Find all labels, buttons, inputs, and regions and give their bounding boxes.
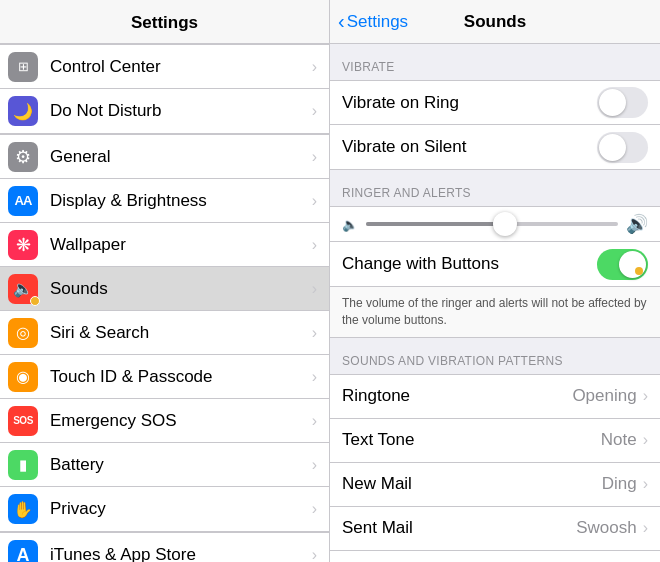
privacy-label: Privacy xyxy=(50,499,308,519)
battery-icon: ▮ xyxy=(8,450,38,480)
toggle-dot xyxy=(635,267,643,275)
sos-label: Emergency SOS xyxy=(50,411,308,431)
vibrate-silent-toggle[interactable] xyxy=(597,132,648,163)
chevron-icon: › xyxy=(312,412,317,430)
sent-mail-item[interactable]: Sent Mail Swoosh › xyxy=(330,507,660,551)
chevron-icon: › xyxy=(312,192,317,210)
volume-slider-thumb[interactable] xyxy=(493,212,517,236)
vibrate-ring-label: Vibrate on Ring xyxy=(342,93,597,113)
display-icon: AA xyxy=(8,186,38,216)
battery-label: Battery xyxy=(50,455,308,475)
info-text: The volume of the ringer and alerts will… xyxy=(342,296,647,327)
sidebar-item-itunes[interactable]: A iTunes & App Store › xyxy=(0,533,329,562)
info-box: The volume of the ringer and alerts will… xyxy=(330,287,660,338)
touchid-icon: ◉ xyxy=(8,362,38,392)
general-label: General xyxy=(50,147,308,167)
settings-group-1: ⊞ Control Center › 🌙 Do Not Disturb › xyxy=(0,44,329,134)
chevron-icon: › xyxy=(312,280,317,298)
volume-high-icon: 🔊 xyxy=(626,213,648,235)
chevron-icon: › xyxy=(312,324,317,342)
vibrate-group: Vibrate on Ring Vibrate on Silent xyxy=(330,80,660,170)
change-buttons-label: Change with Buttons xyxy=(342,254,597,274)
vibrate-on-silent-item[interactable]: Vibrate on Silent xyxy=(330,125,660,169)
sounds-right-panel: ‹ Settings Sounds VIBRATE Vibrate on Rin… xyxy=(330,0,660,562)
ringtone-item[interactable]: Ringtone Opening › xyxy=(330,375,660,419)
text-tone-label: Text Tone xyxy=(342,430,601,450)
volume-slider-track[interactable] xyxy=(366,222,618,226)
back-button[interactable]: ‹ Settings xyxy=(338,10,408,33)
chevron-icon: › xyxy=(643,387,648,405)
wallpaper-label: Wallpaper xyxy=(50,235,308,255)
general-icon: ⚙ xyxy=(8,142,38,172)
volume-low-icon: 🔈 xyxy=(342,217,358,232)
patterns-section-label: SOUNDS AND VIBRATION PATTERNS xyxy=(330,338,660,374)
sidebar-item-sos[interactable]: SOS Emergency SOS › xyxy=(0,399,329,443)
privacy-icon: ✋ xyxy=(8,494,38,524)
chevron-icon: › xyxy=(312,368,317,386)
vibrate-section-label: VIBRATE xyxy=(330,44,660,80)
chevron-icon: › xyxy=(312,58,317,76)
sidebar-item-general[interactable]: ⚙ General › xyxy=(0,135,329,179)
toggle-knob xyxy=(619,251,646,278)
chevron-icon: › xyxy=(643,519,648,537)
settings-group-3: A iTunes & App Store › xyxy=(0,532,329,562)
right-panel-scroll[interactable]: VIBRATE Vibrate on Ring Vibrate on Silen… xyxy=(330,44,660,562)
chevron-icon: › xyxy=(312,148,317,166)
patterns-group: Ringtone Opening › Text Tone Note › New … xyxy=(330,374,660,562)
sent-mail-label: Sent Mail xyxy=(342,518,576,538)
settings-group-2: ⚙ General › AA Display & Brightness › ❋ … xyxy=(0,134,329,532)
sidebar-item-sounds[interactable]: 🔈 Sounds › xyxy=(0,267,329,311)
sidebar-item-do-not-disturb[interactable]: 🌙 Do Not Disturb › xyxy=(0,89,329,133)
ringtone-label: Ringtone xyxy=(342,386,572,406)
sidebar-item-privacy[interactable]: ✋ Privacy › xyxy=(0,487,329,531)
ringer-section-label: RINGER AND ALERTS xyxy=(330,170,660,206)
do-not-disturb-label: Do Not Disturb xyxy=(50,101,308,121)
sidebar-item-battery[interactable]: ▮ Battery › xyxy=(0,443,329,487)
text-tone-value: Note xyxy=(601,430,637,450)
new-mail-label: New Mail xyxy=(342,474,602,494)
vibrate-silent-label: Vibrate on Silent xyxy=(342,137,597,157)
sent-mail-value: Swoosh xyxy=(576,518,636,538)
volume-slider-fill xyxy=(366,222,505,226)
calendar-alerts-item[interactable]: Calendar Alerts Chord › xyxy=(330,551,660,562)
touchid-label: Touch ID & Passcode xyxy=(50,367,308,387)
change-buttons-toggle[interactable] xyxy=(597,249,648,280)
sidebar-item-siri[interactable]: ◎ Siri & Search › xyxy=(0,311,329,355)
wallpaper-icon: ❋ xyxy=(8,230,38,260)
ringtone-value: Opening xyxy=(572,386,636,406)
volume-slider-row[interactable]: 🔈 🔊 xyxy=(330,207,660,242)
chevron-icon: › xyxy=(643,431,648,449)
right-panel-header: ‹ Settings Sounds xyxy=(330,0,660,44)
vibrate-ring-toggle[interactable] xyxy=(597,87,648,118)
change-with-buttons-item[interactable]: Change with Buttons xyxy=(330,242,660,286)
text-tone-item[interactable]: Text Tone Note › xyxy=(330,419,660,463)
vibrate-on-ring-item[interactable]: Vibrate on Ring xyxy=(330,81,660,125)
do-not-disturb-icon: 🌙 xyxy=(8,96,38,126)
right-panel-title: Sounds xyxy=(464,12,526,32)
chevron-icon: › xyxy=(312,500,317,518)
toggle-knob xyxy=(599,134,626,161)
display-label: Display & Brightness xyxy=(50,191,308,211)
left-header-title: Settings xyxy=(131,13,198,33)
sidebar-item-control-center[interactable]: ⊞ Control Center › xyxy=(0,45,329,89)
sos-icon: SOS xyxy=(8,406,38,436)
sounds-icon: 🔈 xyxy=(8,274,38,304)
chevron-icon: › xyxy=(312,546,317,562)
siri-icon: ◎ xyxy=(8,318,38,348)
back-label: Settings xyxy=(347,12,408,32)
sounds-label: Sounds xyxy=(50,279,308,299)
sidebar-item-display[interactable]: AA Display & Brightness › xyxy=(0,179,329,223)
chevron-icon: › xyxy=(312,456,317,474)
sidebar-item-touchid[interactable]: ◉ Touch ID & Passcode › xyxy=(0,355,329,399)
ringer-group: 🔈 🔊 Change with Buttons xyxy=(330,206,660,287)
itunes-icon: A xyxy=(8,540,38,562)
chevron-icon: › xyxy=(312,236,317,254)
control-center-label: Control Center xyxy=(50,57,308,77)
new-mail-item[interactable]: New Mail Ding › xyxy=(330,463,660,507)
settings-left-panel: Settings ⊞ Control Center › 🌙 Do Not Dis… xyxy=(0,0,330,562)
left-panel-header: Settings xyxy=(0,0,329,44)
siri-label: Siri & Search xyxy=(50,323,308,343)
chevron-icon: › xyxy=(643,475,648,493)
back-chevron-icon: ‹ xyxy=(338,10,345,33)
sidebar-item-wallpaper[interactable]: ❋ Wallpaper › xyxy=(0,223,329,267)
